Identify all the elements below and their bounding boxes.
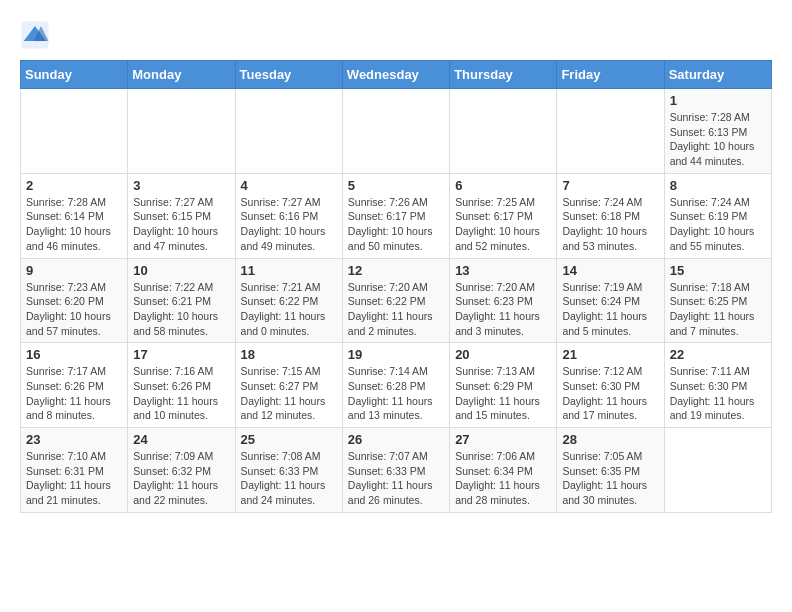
weekday-header: Monday	[128, 61, 235, 89]
calendar-cell: 6Sunrise: 7:25 AM Sunset: 6:17 PM Daylig…	[450, 173, 557, 258]
calendar-cell: 21Sunrise: 7:12 AM Sunset: 6:30 PM Dayli…	[557, 343, 664, 428]
calendar-cell: 11Sunrise: 7:21 AM Sunset: 6:22 PM Dayli…	[235, 258, 342, 343]
day-number: 15	[670, 263, 766, 278]
day-number: 3	[133, 178, 229, 193]
day-number: 24	[133, 432, 229, 447]
weekday-header: Thursday	[450, 61, 557, 89]
day-number: 9	[26, 263, 122, 278]
day-info: Sunrise: 7:07 AM Sunset: 6:33 PM Dayligh…	[348, 449, 444, 508]
day-info: Sunrise: 7:18 AM Sunset: 6:25 PM Dayligh…	[670, 280, 766, 339]
day-info: Sunrise: 7:23 AM Sunset: 6:20 PM Dayligh…	[26, 280, 122, 339]
day-info: Sunrise: 7:09 AM Sunset: 6:32 PM Dayligh…	[133, 449, 229, 508]
day-number: 19	[348, 347, 444, 362]
calendar-cell: 3Sunrise: 7:27 AM Sunset: 6:15 PM Daylig…	[128, 173, 235, 258]
calendar-cell: 16Sunrise: 7:17 AM Sunset: 6:26 PM Dayli…	[21, 343, 128, 428]
day-number: 6	[455, 178, 551, 193]
calendar-week-row: 9Sunrise: 7:23 AM Sunset: 6:20 PM Daylig…	[21, 258, 772, 343]
day-number: 2	[26, 178, 122, 193]
calendar-cell: 17Sunrise: 7:16 AM Sunset: 6:26 PM Dayli…	[128, 343, 235, 428]
day-info: Sunrise: 7:13 AM Sunset: 6:29 PM Dayligh…	[455, 364, 551, 423]
calendar-cell	[21, 89, 128, 174]
day-info: Sunrise: 7:26 AM Sunset: 6:17 PM Dayligh…	[348, 195, 444, 254]
weekday-header: Sunday	[21, 61, 128, 89]
calendar-cell	[450, 89, 557, 174]
day-number: 23	[26, 432, 122, 447]
day-number: 10	[133, 263, 229, 278]
calendar-cell: 25Sunrise: 7:08 AM Sunset: 6:33 PM Dayli…	[235, 428, 342, 513]
calendar-cell	[664, 428, 771, 513]
day-info: Sunrise: 7:14 AM Sunset: 6:28 PM Dayligh…	[348, 364, 444, 423]
logo	[20, 20, 54, 50]
calendar-cell: 22Sunrise: 7:11 AM Sunset: 6:30 PM Dayli…	[664, 343, 771, 428]
day-number: 20	[455, 347, 551, 362]
calendar-cell: 7Sunrise: 7:24 AM Sunset: 6:18 PM Daylig…	[557, 173, 664, 258]
calendar-body: 1Sunrise: 7:28 AM Sunset: 6:13 PM Daylig…	[21, 89, 772, 513]
day-number: 7	[562, 178, 658, 193]
day-number: 14	[562, 263, 658, 278]
day-number: 18	[241, 347, 337, 362]
day-info: Sunrise: 7:17 AM Sunset: 6:26 PM Dayligh…	[26, 364, 122, 423]
calendar-cell: 27Sunrise: 7:06 AM Sunset: 6:34 PM Dayli…	[450, 428, 557, 513]
calendar-cell: 23Sunrise: 7:10 AM Sunset: 6:31 PM Dayli…	[21, 428, 128, 513]
day-number: 8	[670, 178, 766, 193]
day-info: Sunrise: 7:27 AM Sunset: 6:15 PM Dayligh…	[133, 195, 229, 254]
calendar-cell: 24Sunrise: 7:09 AM Sunset: 6:32 PM Dayli…	[128, 428, 235, 513]
calendar-cell: 28Sunrise: 7:05 AM Sunset: 6:35 PM Dayli…	[557, 428, 664, 513]
day-info: Sunrise: 7:28 AM Sunset: 6:13 PM Dayligh…	[670, 110, 766, 169]
weekday-header: Friday	[557, 61, 664, 89]
day-info: Sunrise: 7:06 AM Sunset: 6:34 PM Dayligh…	[455, 449, 551, 508]
weekday-header: Wednesday	[342, 61, 449, 89]
day-info: Sunrise: 7:16 AM Sunset: 6:26 PM Dayligh…	[133, 364, 229, 423]
calendar-cell	[342, 89, 449, 174]
day-info: Sunrise: 7:22 AM Sunset: 6:21 PM Dayligh…	[133, 280, 229, 339]
day-info: Sunrise: 7:20 AM Sunset: 6:22 PM Dayligh…	[348, 280, 444, 339]
calendar-week-row: 23Sunrise: 7:10 AM Sunset: 6:31 PM Dayli…	[21, 428, 772, 513]
day-number: 16	[26, 347, 122, 362]
calendar-week-row: 2Sunrise: 7:28 AM Sunset: 6:14 PM Daylig…	[21, 173, 772, 258]
calendar-cell: 9Sunrise: 7:23 AM Sunset: 6:20 PM Daylig…	[21, 258, 128, 343]
calendar-cell: 8Sunrise: 7:24 AM Sunset: 6:19 PM Daylig…	[664, 173, 771, 258]
calendar-cell	[128, 89, 235, 174]
day-number: 26	[348, 432, 444, 447]
day-number: 28	[562, 432, 658, 447]
calendar-cell: 18Sunrise: 7:15 AM Sunset: 6:27 PM Dayli…	[235, 343, 342, 428]
calendar-cell: 12Sunrise: 7:20 AM Sunset: 6:22 PM Dayli…	[342, 258, 449, 343]
day-info: Sunrise: 7:27 AM Sunset: 6:16 PM Dayligh…	[241, 195, 337, 254]
calendar-cell: 19Sunrise: 7:14 AM Sunset: 6:28 PM Dayli…	[342, 343, 449, 428]
calendar-week-row: 16Sunrise: 7:17 AM Sunset: 6:26 PM Dayli…	[21, 343, 772, 428]
day-number: 12	[348, 263, 444, 278]
calendar-table: SundayMondayTuesdayWednesdayThursdayFrid…	[20, 60, 772, 513]
day-info: Sunrise: 7:25 AM Sunset: 6:17 PM Dayligh…	[455, 195, 551, 254]
calendar-cell	[557, 89, 664, 174]
logo-icon	[20, 20, 50, 50]
day-number: 13	[455, 263, 551, 278]
day-number: 11	[241, 263, 337, 278]
calendar-cell: 15Sunrise: 7:18 AM Sunset: 6:25 PM Dayli…	[664, 258, 771, 343]
day-info: Sunrise: 7:21 AM Sunset: 6:22 PM Dayligh…	[241, 280, 337, 339]
calendar-week-row: 1Sunrise: 7:28 AM Sunset: 6:13 PM Daylig…	[21, 89, 772, 174]
calendar-cell: 10Sunrise: 7:22 AM Sunset: 6:21 PM Dayli…	[128, 258, 235, 343]
day-info: Sunrise: 7:10 AM Sunset: 6:31 PM Dayligh…	[26, 449, 122, 508]
day-info: Sunrise: 7:19 AM Sunset: 6:24 PM Dayligh…	[562, 280, 658, 339]
day-number: 21	[562, 347, 658, 362]
calendar-cell: 14Sunrise: 7:19 AM Sunset: 6:24 PM Dayli…	[557, 258, 664, 343]
calendar-cell	[235, 89, 342, 174]
day-info: Sunrise: 7:28 AM Sunset: 6:14 PM Dayligh…	[26, 195, 122, 254]
calendar-cell: 4Sunrise: 7:27 AM Sunset: 6:16 PM Daylig…	[235, 173, 342, 258]
day-info: Sunrise: 7:15 AM Sunset: 6:27 PM Dayligh…	[241, 364, 337, 423]
day-number: 4	[241, 178, 337, 193]
page-header	[20, 20, 772, 50]
calendar-cell: 5Sunrise: 7:26 AM Sunset: 6:17 PM Daylig…	[342, 173, 449, 258]
calendar-cell: 20Sunrise: 7:13 AM Sunset: 6:29 PM Dayli…	[450, 343, 557, 428]
day-info: Sunrise: 7:05 AM Sunset: 6:35 PM Dayligh…	[562, 449, 658, 508]
day-number: 17	[133, 347, 229, 362]
day-info: Sunrise: 7:24 AM Sunset: 6:18 PM Dayligh…	[562, 195, 658, 254]
day-number: 1	[670, 93, 766, 108]
calendar-cell: 2Sunrise: 7:28 AM Sunset: 6:14 PM Daylig…	[21, 173, 128, 258]
day-info: Sunrise: 7:12 AM Sunset: 6:30 PM Dayligh…	[562, 364, 658, 423]
weekday-header: Tuesday	[235, 61, 342, 89]
day-info: Sunrise: 7:11 AM Sunset: 6:30 PM Dayligh…	[670, 364, 766, 423]
day-number: 5	[348, 178, 444, 193]
weekday-header: Saturday	[664, 61, 771, 89]
day-info: Sunrise: 7:20 AM Sunset: 6:23 PM Dayligh…	[455, 280, 551, 339]
